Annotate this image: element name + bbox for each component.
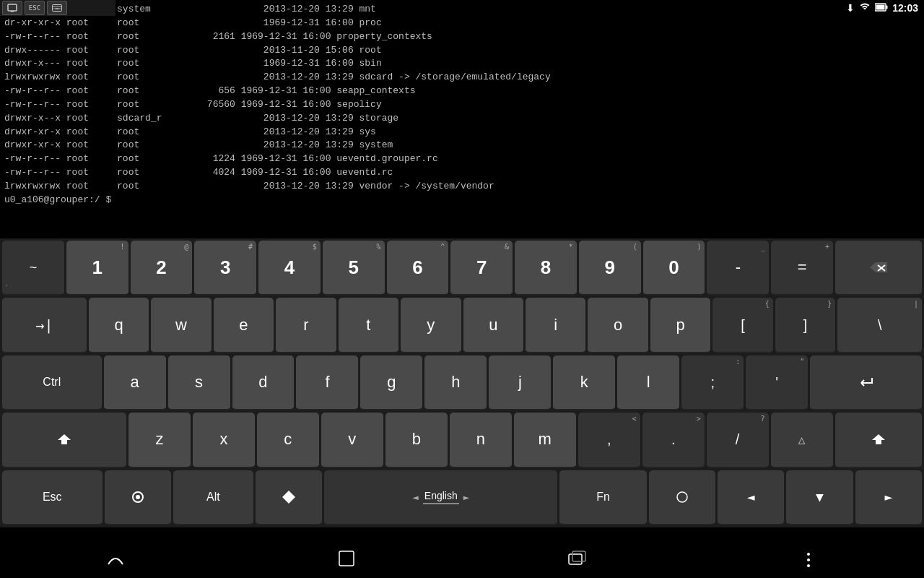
key-7[interactable]: &7 — [450, 241, 513, 296]
key-minus[interactable]: _- — [707, 241, 769, 296]
svg-rect-21 — [569, 554, 582, 564]
key-x[interactable]: x — [193, 413, 255, 467]
key-period[interactable]: >. — [642, 413, 705, 467]
key-1[interactable]: !1 — [66, 241, 128, 296]
svg-rect-22 — [572, 551, 585, 561]
terminal-screen[interactable]: drwxrwxr-x root system 2013-12-20 13:29 … — [0, 0, 924, 238]
key-quote[interactable]: "' — [746, 355, 808, 410]
key-0[interactable]: )0 — [643, 241, 705, 296]
time-display: 12:03 — [892, 2, 918, 14]
key-u[interactable]: u — [463, 298, 523, 353]
key-delete[interactable]: △ — [771, 413, 833, 467]
battery-icon — [875, 3, 888, 14]
key-r[interactable]: r — [276, 298, 336, 353]
toolbar-keyboard-btn[interactable] — [47, 1, 67, 15]
language-label: English — [424, 490, 458, 501]
key-k[interactable]: k — [553, 355, 615, 410]
svg-rect-5 — [53, 5, 62, 12]
key-s[interactable]: s — [168, 355, 230, 410]
key-backslash[interactable]: |\ — [837, 298, 922, 353]
key-8[interactable]: *8 — [515, 241, 577, 296]
keyboard-row-numbers: ~` !1 @2 #3 $4 %5 ^6 &7 *8 (9 )0 _- += — [0, 238, 924, 296]
key-alt[interactable]: Alt — [173, 470, 253, 525]
svg-rect-20 — [339, 551, 354, 566]
key-m[interactable]: m — [514, 413, 576, 467]
key-esc[interactable]: Esc — [2, 470, 103, 525]
status-bar: ⬇ 12:03 — [846, 0, 924, 16]
key-diamond[interactable] — [256, 470, 322, 525]
keyboard-row-zxcv: z x c v b n m <, >. ?/ △ — [0, 410, 924, 467]
key-language[interactable]: ◄ English ► — [324, 470, 557, 525]
nav-menu-btn[interactable] — [787, 553, 830, 567]
key-d[interactable]: d — [232, 355, 295, 410]
keyboard-row-qwerty: →| q w e r t y u i o p {[ }] |\ — [0, 296, 924, 353]
key-slash[interactable]: ?/ — [707, 413, 769, 467]
key-right-arrow[interactable]: ► — [855, 470, 922, 525]
key-enter[interactable] — [810, 355, 922, 410]
key-down-arrow[interactable]: ▼ — [786, 470, 853, 525]
key-rbracket[interactable]: }] — [775, 298, 835, 353]
key-y[interactable]: y — [401, 298, 461, 353]
key-shift-right[interactable] — [835, 413, 922, 467]
key-2[interactable]: @2 — [131, 241, 193, 296]
svg-rect-2 — [876, 4, 885, 9]
key-comma[interactable]: <, — [578, 413, 640, 467]
key-backspace[interactable] — [835, 241, 922, 296]
nav-home-btn[interactable] — [325, 548, 368, 572]
key-left-arrow[interactable]: ◄ — [718, 470, 784, 525]
key-semicolon[interactable]: :; — [681, 355, 744, 410]
key-n[interactable]: n — [450, 413, 512, 467]
svg-point-18 — [136, 496, 139, 499]
key-circle-nav[interactable] — [649, 470, 715, 525]
key-lbracket[interactable]: {[ — [712, 298, 772, 353]
key-w[interactable]: w — [151, 298, 211, 353]
key-tab[interactable]: →| — [2, 298, 87, 353]
key-5[interactable]: %5 — [323, 241, 385, 296]
key-a[interactable]: a — [104, 355, 166, 410]
navigation-bar — [0, 542, 924, 578]
nav-back-btn[interactable] — [94, 551, 137, 569]
toolbar-screen-btn[interactable] — [2, 1, 22, 15]
key-o[interactable]: o — [588, 298, 648, 353]
key-f[interactable]: f — [296, 355, 358, 410]
svg-rect-4 — [11, 11, 14, 12]
key-b[interactable]: b — [385, 413, 448, 467]
keyboard-row-bottom: Esc Alt ◄ English ► Fn — [0, 468, 924, 527]
key-g[interactable]: g — [360, 355, 422, 410]
key-j[interactable]: j — [489, 355, 551, 410]
key-c[interactable]: c — [257, 413, 319, 467]
key-tilde[interactable]: ~` — [2, 241, 64, 296]
key-4[interactable]: $4 — [258, 241, 321, 296]
key-ctrl[interactable]: Ctrl — [2, 355, 102, 410]
key-circle-btn[interactable] — [105, 470, 171, 525]
key-p[interactable]: p — [650, 298, 710, 353]
toolbar: ESC — [0, 0, 116, 16]
nav-recents-btn[interactable] — [556, 550, 599, 571]
key-v[interactable]: v — [321, 413, 383, 467]
svg-rect-3 — [8, 4, 17, 11]
toolbar-esc-btn[interactable]: ESC — [25, 1, 45, 15]
key-t[interactable]: t — [339, 298, 398, 353]
key-z[interactable]: z — [128, 413, 191, 467]
key-h[interactable]: h — [424, 355, 487, 410]
svg-point-19 — [677, 492, 687, 502]
key-fn[interactable]: Fn — [559, 470, 646, 525]
key-3[interactable]: #3 — [194, 241, 256, 296]
keyboard-row-asdf: Ctrl a s d f g h j k l :; "' — [0, 353, 924, 410]
key-equals[interactable]: += — [771, 241, 833, 296]
wifi-icon — [859, 2, 871, 14]
key-i[interactable]: i — [526, 298, 585, 353]
svg-rect-1 — [886, 5, 888, 9]
keyboard: ~` !1 @2 #3 $4 %5 ^6 &7 *8 (9 )0 _- += →… — [0, 238, 924, 527]
key-e[interactable]: e — [214, 298, 274, 353]
bluetooth-icon: ⬇ — [846, 2, 855, 14]
key-6[interactable]: ^6 — [387, 241, 449, 296]
key-q[interactable]: q — [89, 298, 149, 353]
key-9[interactable]: (9 — [579, 241, 641, 296]
key-shift-left[interactable] — [2, 413, 126, 467]
key-l[interactable]: l — [617, 355, 679, 410]
